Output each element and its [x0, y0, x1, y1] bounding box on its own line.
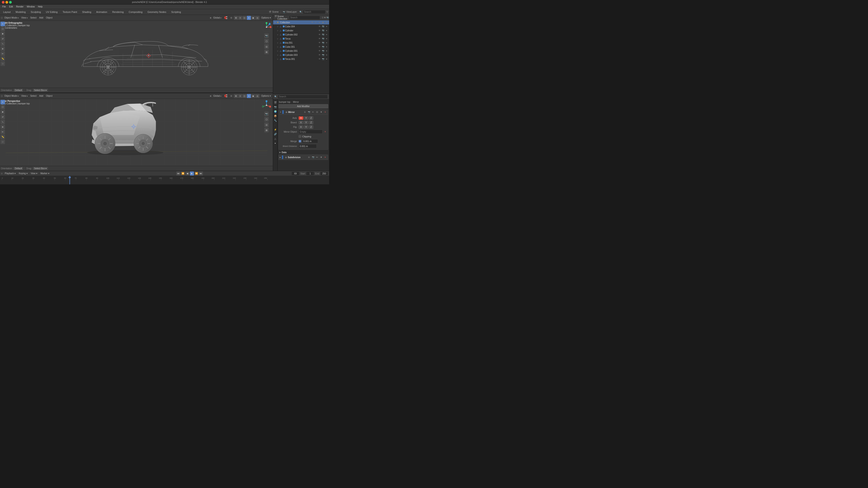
sub-realtime-icon[interactable]: ⊙ — [307, 156, 311, 159]
current-frame-input[interactable] — [291, 171, 300, 175]
play-reverse-btn[interactable]: ◀ — [185, 171, 189, 175]
viewport-bottom-canvas[interactable] — [6, 99, 268, 171]
props-search-input[interactable] — [278, 95, 328, 99]
play-forward-btn[interactable]: ▶ — [190, 171, 194, 175]
solid-view-btn[interactable]: ● — [247, 16, 251, 20]
render-view-btn-b[interactable]: ◎ — [255, 94, 259, 98]
menu-window[interactable]: Window — [25, 5, 36, 8]
measure-tool-bottom[interactable]: 📏 — [0, 135, 5, 139]
viewport-top-view[interactable]: View — [20, 16, 29, 20]
flip-y-btn[interactable]: Y — [304, 125, 309, 129]
scene-vis-icon[interactable]: 👁 — [324, 17, 326, 19]
tree-cam-2[interactable]: 📷 — [321, 29, 324, 32]
tree-eye-7[interactable]: 👁 — [318, 49, 321, 53]
xray-btn[interactable]: ◫ — [243, 16, 247, 20]
tree-render-4[interactable]: ● — [325, 37, 328, 40]
mirror-obj-clear-icon[interactable]: ✕ — [323, 130, 327, 133]
step-backward-btn[interactable]: ⏪ — [181, 171, 185, 175]
focus-btn-top[interactable]: ◎ — [264, 44, 269, 49]
sub-close-icon[interactable]: ✕ — [323, 156, 327, 159]
merge-checkbox[interactable]: ✓ — [299, 140, 301, 142]
material-view-btn[interactable]: ◉ — [251, 16, 255, 20]
drag-select-bottom[interactable]: Select Box ▾ — [33, 167, 48, 170]
tree-item-cylinder003[interactable]: ▶ △ Cylinder.003 👁 📷 ● — [273, 53, 329, 57]
scene-cam-icon[interactable]: 📷 — [327, 17, 329, 19]
scale-tool-bottom[interactable]: ⤡ — [0, 120, 5, 124]
jump-to-start-btn[interactable]: ⏮ — [176, 171, 180, 175]
header-filter-icon[interactable]: ▽ — [327, 11, 328, 13]
mirror-close-icon[interactable]: ✕ — [323, 110, 327, 114]
menu-file[interactable]: File — [1, 5, 7, 8]
tree-holdout-collection[interactable]: ◉ — [321, 21, 324, 24]
props-material-icon[interactable]: ● — [273, 141, 277, 145]
transform-tool-top[interactable]: ⊕ — [0, 46, 5, 51]
mirror-render-icon[interactable]: 📷 — [307, 110, 311, 114]
tab-layout[interactable]: Layout — [1, 10, 13, 14]
perspective-btn-top[interactable]: ⬡ — [264, 39, 269, 43]
tree-cam-1[interactable]: 📷 — [321, 25, 324, 28]
maximize-button[interactable] — [9, 1, 12, 4]
timeline-track[interactable]: 0 10 20 30 40 50 60 70 80 90 — [0, 176, 329, 184]
tab-texture-paint[interactable]: Texture Paint — [60, 10, 79, 14]
axis-x-btn[interactable]: X — [299, 116, 303, 120]
viewport-top-proportional[interactable]: ⊙ — [229, 16, 233, 20]
viewport-top-mode[interactable]: Object Mode — [3, 16, 20, 20]
merge-value-field[interactable] — [302, 139, 318, 143]
tab-rendering[interactable]: Rendering — [110, 10, 126, 14]
viewport-top-select[interactable]: Select — [29, 16, 38, 20]
tree-item-tira001[interactable]: ▶ △ tira.001 👁 📷 ● — [273, 41, 329, 45]
tab-scripting[interactable]: Scripting — [169, 10, 183, 14]
menu-render[interactable]: Render — [15, 5, 25, 8]
tab-modeling[interactable]: Modeling — [13, 10, 28, 14]
show-gizmos-btn[interactable]: ⊙ — [238, 16, 242, 20]
tree-item-cylinder002[interactable]: ▶ △ Cylinder.002 👁 📷 ● — [273, 33, 329, 37]
header-search-input[interactable] — [303, 10, 326, 14]
mirror-apply-icon[interactable]: ▼ — [319, 110, 323, 114]
props-world-icon[interactable]: 🌍 — [273, 109, 277, 113]
sub-edit-icon[interactable]: ✏ — [315, 156, 319, 159]
axis-gizmo-bottom[interactable]: X Y Z — [261, 100, 272, 111]
section-data-header[interactable]: ▶ Data — [278, 151, 328, 154]
axis-y-btn[interactable]: Y — [304, 116, 309, 120]
tab-geometry-nodes[interactable]: Geometry Nodes — [145, 10, 168, 14]
camera-view-btn-bottom[interactable]: 📷 — [264, 111, 269, 116]
annotate-tool-bottom[interactable]: ✏ — [0, 130, 5, 134]
tree-item-cylinder001[interactable]: ▶ △ Cylinder.001 👁 📷 ● — [273, 49, 329, 53]
props-data-icon[interactable]: △ — [273, 136, 277, 140]
add-cube-tool-bottom[interactable]: □ — [0, 140, 5, 144]
timeline-marker[interactable]: Marker ▾ — [39, 172, 51, 175]
viewport-top-canvas[interactable] — [6, 21, 268, 93]
measure-tool-top[interactable]: 📏 — [0, 57, 5, 61]
close-button[interactable] — [2, 1, 4, 4]
viewport-top-snap-magnet[interactable]: 🧲 — [223, 16, 228, 20]
start-frame-input[interactable] — [306, 171, 314, 175]
tree-render-5[interactable]: ● — [325, 41, 328, 44]
timeline-view[interactable]: View ▾ — [30, 172, 38, 175]
tab-animation[interactable]: Animation — [94, 10, 110, 14]
viewport-top-add[interactable]: Add — [38, 16, 44, 20]
tree-eye-1[interactable]: 👁 — [318, 25, 321, 28]
axis-gizmo-top[interactable]: X Y Z — [261, 22, 272, 33]
orient-default-top[interactable]: Default — [13, 89, 24, 92]
end-frame-input[interactable] — [320, 171, 328, 175]
tree-cam-6[interactable]: 📷 — [321, 45, 324, 48]
axis-z-btn[interactable]: Z — [309, 116, 313, 120]
bisect-y-btn[interactable]: Y — [304, 121, 309, 124]
perspective-btn-bottom[interactable]: ⬡ — [264, 117, 269, 122]
props-physics-icon[interactable]: ⚡ — [273, 127, 277, 131]
tree-eye-5[interactable]: 👁 — [318, 41, 321, 44]
viewport-bottom-add[interactable]: Add — [38, 94, 44, 98]
tree-cam-9[interactable]: 📷 — [321, 57, 324, 61]
cursor-tool-bottom[interactable]: ✛ — [0, 100, 5, 104]
tree-render-8[interactable]: ● — [325, 53, 328, 57]
tree-eye-8[interactable]: 👁 — [318, 53, 321, 57]
scene-search-input[interactable] — [289, 15, 320, 20]
tree-item-cube001[interactable]: ▶ △ Cube.001 👁 📷 ● — [273, 45, 329, 49]
props-object-icon[interactable]: 📦 — [273, 114, 277, 118]
scale-tool-top[interactable]: ⤡ — [0, 41, 5, 46]
props-scene-icon[interactable]: 🎬 — [273, 100, 277, 104]
props-renderlayer-icon[interactable]: 📷 — [273, 105, 277, 109]
subdivision-modifier-header[interactable]: ▶ ⊛ Subdivision ⊙ 📷 ✏ ▼ ✕ — [278, 155, 328, 160]
tree-item-collection[interactable]: ▼ ⊞ Collection 👁 ⊙ ● ◉ ◎ — [273, 20, 329, 24]
material-view-btn-b[interactable]: ◉ — [251, 94, 255, 98]
